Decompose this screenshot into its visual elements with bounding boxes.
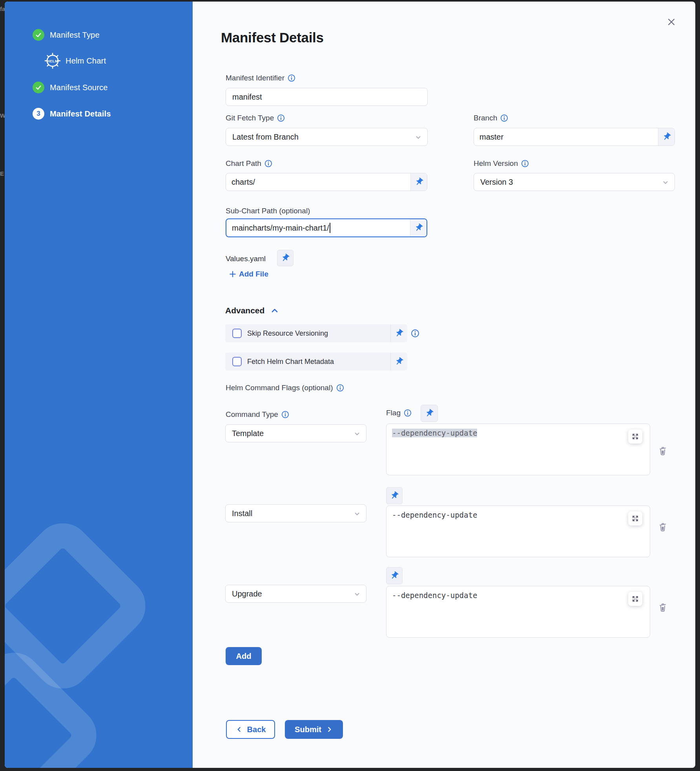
skip-resource-versioning-row: Skip Resource Versioning [225, 324, 407, 342]
checkbox-label: Skip Resource Versioning [247, 329, 390, 338]
label-text: Helm Version [474, 159, 518, 168]
manifest-identifier-input[interactable] [226, 88, 428, 106]
branch-input-group: master [474, 128, 675, 146]
pin-icon[interactable] [421, 405, 438, 422]
pin-icon[interactable] [277, 250, 293, 266]
command-type-select-1[interactable]: Template [225, 424, 366, 442]
pin-icon[interactable] [410, 219, 427, 236]
submit-button[interactable]: Submit [285, 720, 343, 739]
skip-resource-versioning-checkbox[interactable] [232, 329, 242, 338]
sub-chart-path-input-group: maincharts/my-main-chart1/ [226, 218, 427, 237]
values-yaml-label: Values.yaml [226, 255, 266, 263]
input-value: maincharts/my-main-chart1/ [232, 224, 329, 233]
trash-icon[interactable] [657, 445, 668, 456]
label-text: Git Fetch Type [226, 114, 274, 122]
checkbox-label: Fetch Helm Chart Metadata [247, 358, 390, 366]
clipped-text-fragment: fa [0, 5, 5, 12]
chevron-down-icon [353, 509, 361, 518]
expand-icon[interactable] [628, 429, 642, 444]
label-text: Helm Command Flags (optional) [226, 384, 333, 392]
info-icon[interactable] [411, 329, 419, 338]
sub-chart-path-label: Sub-Chart Path (optional) [226, 207, 310, 215]
selected-value: Install [232, 509, 252, 518]
label-text: Command Type [226, 410, 278, 419]
chevron-down-icon [661, 178, 670, 187]
sub-chart-path-input[interactable]: maincharts/my-main-chart1/ [226, 219, 410, 236]
info-icon[interactable] [521, 160, 529, 167]
flag-label: Flag [386, 409, 412, 417]
flag-textarea-3[interactable]: --dependency-update [386, 586, 650, 638]
flag-value: --dependency-update [392, 511, 477, 519]
info-icon[interactable] [500, 114, 508, 122]
branch-label: Branch [474, 114, 508, 122]
pin-icon[interactable] [386, 487, 403, 504]
flag-textarea-2[interactable]: --dependency-update [386, 506, 650, 557]
chart-path-input[interactable]: charts/ [226, 173, 410, 191]
selected-value: Latest from Branch [232, 133, 299, 142]
fetch-helm-chart-metadata-checkbox[interactable] [232, 357, 242, 366]
fetch-helm-chart-metadata-row: Fetch Helm Chart Metadata [225, 353, 407, 371]
helm-command-flags-label: Helm Command Flags (optional) [226, 384, 344, 392]
helm-version-select[interactable]: Version 3 [474, 173, 675, 191]
trash-icon[interactable] [657, 602, 668, 613]
command-type-select-3[interactable]: Upgrade [225, 585, 366, 603]
info-icon[interactable] [404, 409, 412, 417]
flag-value: --dependency-update [392, 591, 477, 600]
selected-value: Template [232, 429, 264, 438]
button-label: Back [247, 725, 266, 734]
link-label: Add File [239, 270, 268, 278]
advanced-section-toggle[interactable]: Advanced [225, 306, 279, 315]
label-text: Manifest Identifier [226, 74, 284, 82]
chevron-left-icon [235, 726, 243, 733]
selected-value: Upgrade [232, 589, 262, 598]
clipped-text-fragment: E [0, 170, 4, 177]
branch-input[interactable]: master [474, 128, 658, 145]
expand-icon[interactable] [628, 592, 642, 606]
add-flag-button[interactable]: Add [226, 647, 262, 665]
label-text: Sub-Chart Path (optional) [226, 207, 310, 215]
pin-icon[interactable] [658, 128, 674, 145]
manifest-identifier-label: Manifest Identifier [226, 74, 295, 82]
back-button[interactable]: Back [226, 720, 275, 739]
git-fetch-type-label: Git Fetch Type [226, 114, 285, 122]
chevron-down-icon [414, 133, 423, 142]
selected-value: Version 3 [480, 178, 513, 187]
label-text: Chart Path [226, 159, 261, 168]
git-fetch-type-select[interactable]: Latest from Branch [226, 128, 428, 146]
close-icon[interactable] [665, 16, 677, 28]
button-label: Submit [295, 725, 321, 734]
manifest-wizard-modal: Manifest Type HELM [5, 2, 695, 768]
chevron-up-icon [270, 306, 279, 315]
info-icon[interactable] [277, 114, 285, 122]
helm-version-label: Helm Version [474, 159, 529, 168]
plus-icon [229, 270, 237, 278]
label-text: Flag [386, 409, 401, 417]
chart-path-label: Chart Path [226, 159, 272, 168]
add-file-button[interactable]: Add File [229, 270, 268, 278]
pin-icon[interactable] [391, 357, 407, 366]
command-type-select-2[interactable]: Install [225, 504, 366, 522]
manifest-details-panel: Manifest Details Manifest Identifier Git… [5, 2, 695, 768]
text-cursor [330, 223, 330, 233]
label-text: Values.yaml [226, 255, 266, 263]
chevron-down-icon [353, 429, 361, 438]
page-title: Manifest Details [221, 30, 324, 45]
section-title: Advanced [225, 306, 264, 315]
chevron-right-icon [325, 726, 333, 733]
info-icon[interactable] [288, 74, 295, 82]
expand-icon[interactable] [628, 511, 642, 526]
flag-textarea-1[interactable]: --dependency-update [386, 424, 650, 475]
trash-icon[interactable] [657, 521, 668, 532]
button-label: Add [236, 652, 252, 661]
info-icon[interactable] [336, 384, 344, 392]
page-behind-left-edge: fa W E [0, 0, 5, 771]
info-icon[interactable] [281, 411, 289, 418]
pin-icon[interactable] [391, 329, 407, 338]
clipped-text-fragment: W [0, 112, 5, 119]
chevron-down-icon [353, 590, 361, 598]
info-icon[interactable] [264, 160, 272, 167]
command-type-label: Command Type [226, 410, 289, 419]
chart-path-input-group: charts/ [226, 173, 427, 191]
pin-icon[interactable] [410, 173, 427, 191]
pin-icon[interactable] [386, 567, 403, 584]
